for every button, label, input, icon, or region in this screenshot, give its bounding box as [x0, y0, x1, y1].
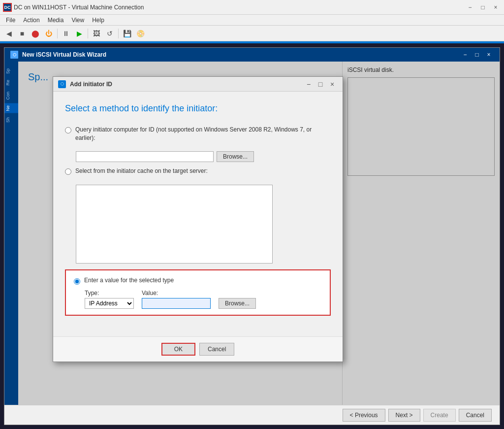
toolbar-insert-button[interactable]: 💾 [121, 28, 133, 39]
app-maximize-button[interactable]: □ [477, 2, 488, 13]
menu-view[interactable]: View [67, 16, 88, 25]
wizard-bottom-bar: < Previous Next > Create Cancel [4, 405, 500, 425]
value-field-group: Value: [142, 290, 211, 309]
app-title: DC on WIN11HOST - Virtual Machine Connec… [14, 4, 463, 11]
toolbar: ◀ ■ ⬤ ⏻ ⏸ ▶ 🖼 ↺ 💾 📀 [0, 26, 504, 41]
toolbar-usb-button[interactable]: 📀 [134, 28, 146, 39]
menu-bar: File Action Media View Help [0, 15, 504, 26]
menu-file[interactable]: File [2, 16, 19, 25]
wizard-title-icon: ⬡ [10, 51, 18, 59]
dialog-close-button[interactable]: × [327, 79, 338, 90]
radio-query-input[interactable] [65, 127, 71, 133]
value-browse-button[interactable]: Browse... [219, 298, 256, 309]
type-label: Type: [85, 290, 134, 297]
app-title-bar: DC DC on WIN11HOST - Virtual Machine Con… [0, 0, 504, 15]
dialog-window-controls: − □ × [303, 79, 338, 90]
dialog-maximize-button[interactable]: □ [315, 79, 326, 90]
add-initiator-dialog: ⬡ Add initiator ID − □ × [53, 76, 343, 362]
radio-cache-input[interactable] [65, 168, 71, 175]
cache-list-box [76, 185, 273, 264]
enter-value-radio-row: Enter a value for the selected type [74, 276, 322, 285]
app-minimize-button[interactable]: − [465, 2, 475, 13]
type-value-row: Type: IP Address IQN DNS Name MAC Addres… [85, 290, 322, 309]
toolbar-play-button[interactable]: ▶ [73, 28, 85, 39]
wizard-close-button[interactable]: × [484, 50, 494, 59]
dialog-heading: Select a method to identify the initiato… [65, 103, 331, 114]
toolbar-pause-button[interactable]: ⏸ [60, 28, 72, 39]
app-container: DC DC on WIN11HOST - Virtual Machine Con… [0, 0, 504, 429]
radio-enter-label[interactable]: Enter a value for the selected type [84, 276, 174, 285]
radio-query-label[interactable]: Query initiator computer for ID (not sup… [75, 126, 331, 142]
radio-group: Query initiator computer for ID (not sup… [65, 126, 331, 316]
previous-button[interactable]: < Previous [343, 409, 385, 422]
create-button[interactable]: Create [423, 409, 456, 422]
query-browse-row: Browse... [76, 151, 331, 162]
radio-enter-input[interactable] [74, 278, 80, 285]
wizard-title-bar: ⬡ New iSCSI Virtual Disk Wizard − □ × [4, 48, 500, 62]
toolbar-power-button[interactable]: ⏻ [43, 28, 55, 39]
vm-inner: ⬡ New iSCSI Virtual Disk Wizard − □ × Sp… [4, 47, 500, 425]
ok-button[interactable]: OK [161, 343, 195, 356]
menu-media[interactable]: Media [44, 16, 68, 25]
wizard-main-area: Sp... iSCSI virtual disk. [18, 62, 500, 405]
value-label: Value: [142, 290, 211, 297]
wizard-maximize-button[interactable]: □ [472, 50, 482, 59]
toolbar-separator-2 [88, 29, 88, 38]
dialog-content-area: Select a method to identify the initiato… [53, 92, 343, 336]
sidebar-item-sp[interactable]: Sp [4, 66, 18, 76]
wizard-minimize-button[interactable]: − [460, 50, 470, 59]
sidebar-item-sh[interactable]: Sh [4, 115, 18, 125]
value-text-input[interactable] [142, 298, 211, 309]
menu-action[interactable]: Action [19, 16, 43, 25]
dialog-cancel-button[interactable]: Cancel [199, 343, 234, 356]
wizard-container: ⬡ New iSCSI Virtual Disk Wizard − □ × Sp… [4, 48, 500, 425]
dialog-overlay: ⬡ Add initiator ID − □ × [18, 62, 500, 405]
value-browse-group: Browse... [219, 290, 256, 309]
dialog-title-icon: ⬡ [58, 80, 66, 88]
sidebar-item-ne[interactable]: Ne [4, 103, 18, 113]
radio-cache-label[interactable]: Select from the initiator cache on the t… [75, 167, 208, 175]
toolbar-record-button[interactable]: ⬤ [30, 28, 41, 39]
toolbar-stop-button[interactable]: ■ [16, 28, 28, 39]
type-select[interactable]: IP Address IQN DNS Name MAC Address [85, 298, 134, 309]
sidebar-item-re[interactable]: Re [4, 78, 18, 88]
cache-list-section [76, 183, 331, 264]
enter-value-section: Enter a value for the selected type Type… [65, 269, 331, 316]
wizard-title-controls: − □ × [460, 50, 494, 59]
toolbar-separator-1 [57, 29, 58, 38]
app-close-button[interactable]: × [490, 2, 501, 13]
app-icon: DC [3, 3, 12, 12]
toolbar-reset-button[interactable]: ↺ [104, 28, 116, 39]
dialog-minimize-button[interactable]: − [303, 79, 314, 90]
wizard-title-text: New iSCSI Virtual Disk Wizard [22, 51, 106, 58]
radio-item-query: Query initiator computer for ID (not sup… [65, 126, 331, 142]
dialog-title-text: Add initiator ID [70, 81, 303, 88]
vm-outer: ⬡ New iSCSI Virtual Disk Wizard − □ × Sp… [0, 43, 504, 429]
bottom-cancel-button[interactable]: Cancel [459, 409, 492, 422]
dialog-footer: OK Cancel [53, 336, 343, 362]
radio-item-cache: Select from the initiator cache on the t… [65, 167, 331, 175]
menu-help[interactable]: Help [88, 16, 108, 25]
wizard-body: Sp Re Con Ne Sh Sp... [4, 62, 500, 405]
dialog-title-bar: ⬡ Add initiator ID − □ × [53, 77, 343, 92]
query-text-input[interactable] [76, 151, 214, 162]
wizard-sidebar: Sp Re Con Ne Sh [4, 62, 18, 405]
next-button[interactable]: Next > [388, 409, 420, 422]
toolbar-back-button[interactable]: ◀ [3, 28, 15, 39]
sidebar-item-con[interactable]: Con [4, 90, 18, 102]
toolbar-separator-3 [118, 29, 119, 38]
query-browse-button[interactable]: Browse... [217, 151, 254, 162]
type-field-group: Type: IP Address IQN DNS Name MAC Addres… [85, 290, 134, 309]
toolbar-screenshot-button[interactable]: 🖼 [91, 28, 102, 39]
